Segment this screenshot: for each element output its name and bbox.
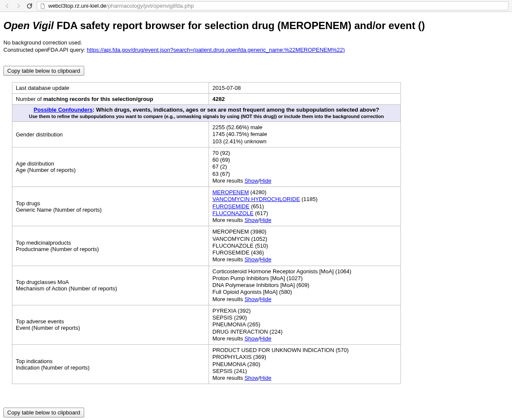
gender-values: 2255 (52.66%) male 1745 (40.75%) female … (209, 122, 401, 148)
drug-link[interactable]: MEROPENEM (212, 189, 249, 195)
browser-toolbar: webcl3top.rz.uni-kiel.de/pharmacology/pv… (0, 0, 512, 12)
back-icon[interactable] (3, 2, 11, 10)
show-link[interactable]: Show (244, 375, 259, 381)
drug-link[interactable]: FLUCONAZOLE (212, 210, 253, 216)
confounders-header: Possible Confounders: Which drugs, event… (12, 105, 401, 122)
hide-link[interactable]: Hide (260, 256, 271, 263)
url-text: webcl3top.rz.uni-kiel.de/pharmacology/pv… (48, 3, 194, 9)
top-indications-label: Top indications Indication (Number of re… (12, 345, 209, 384)
age-values: 70 (92) 60 (69) 67 (2) 63 (67) More resu… (209, 147, 401, 186)
show-link[interactable]: Show (244, 177, 259, 184)
top-events-label: Top adverse events Event (Number of repo… (12, 305, 209, 344)
hide-link[interactable]: Hide (260, 335, 271, 342)
hide-link[interactable]: Hide (260, 296, 271, 302)
page-title: Open Vigil FDA safety report browser for… (3, 20, 509, 32)
url-bar[interactable]: webcl3top.rz.uni-kiel.de/pharmacology/pv… (37, 1, 509, 10)
last-update-label: Last database update (12, 83, 209, 94)
top-drugs-label: Top drugs Generic Name (Number of report… (12, 187, 209, 226)
hide-link[interactable]: Hide (260, 217, 271, 223)
top-drugs-values: MEROPENEM (4280) VANCOMYCIN HYDROCHLORID… (209, 187, 401, 226)
show-link[interactable]: Show (244, 335, 259, 342)
hide-link[interactable]: Hide (260, 375, 271, 381)
age-label: Age distribution Age (Number of reports) (12, 147, 209, 186)
top-classes-values: Corticosteroid Hormone Receptor Agonists… (209, 266, 401, 305)
reload-icon[interactable] (26, 2, 33, 10)
api-query-line: Constructed openFDA API query: https://a… (3, 47, 509, 53)
summary-table: Last database update 2015-07-08 Number o… (12, 82, 401, 384)
gender-label: Gender distribution (12, 122, 209, 148)
hide-link[interactable]: Hide (260, 177, 271, 184)
show-link[interactable]: Show (244, 217, 259, 223)
api-query-link[interactable]: https://api.fda.gov/drug/event.json?sear… (87, 47, 345, 53)
drug-link[interactable]: VANCOMYCIN HYDROCHLORIDE (212, 196, 300, 202)
forward-icon[interactable] (15, 2, 22, 10)
top-indications-values: PRODUCT USED FOR UNKNOWN INDICATION (570… (209, 345, 401, 384)
copy-table-button[interactable]: Copy table below to clipboard (3, 408, 84, 417)
matching-records-value: 4282 (209, 94, 401, 105)
top-events-values: PYREXIA (392) SEPSIS (290) PNEUMONIA (26… (209, 305, 401, 344)
top-products-values: MEROPENEM (3980) VANCOMYCIN (1052) FLUCO… (209, 226, 401, 266)
last-update-value: 2015-07-08 (209, 83, 401, 94)
show-link[interactable]: Show (244, 256, 259, 263)
drug-link[interactable]: FUROSEMIDE (212, 203, 250, 210)
top-products-label: Top medicinalproducts Productname (Numbe… (12, 226, 209, 266)
bg-correction-text: No background correction used. (3, 39, 509, 46)
matching-records-label: Number of matching records for this sele… (12, 94, 209, 105)
page-icon (40, 3, 46, 9)
top-classes-label: Top drugclasses MoA Mechanism of Action … (12, 266, 209, 305)
copy-table-button[interactable]: Copy table below to clipboard (3, 66, 84, 76)
possible-confounders-link[interactable]: Possible Confounders (34, 106, 93, 113)
show-link[interactable]: Show (244, 296, 259, 302)
